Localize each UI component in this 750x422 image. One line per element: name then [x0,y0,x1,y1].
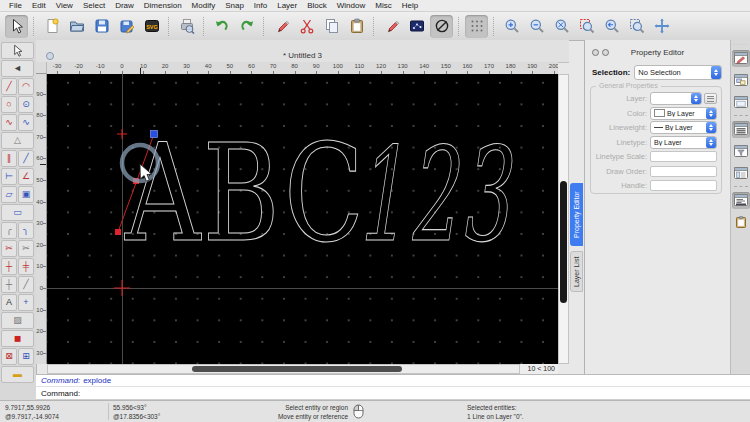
library-browser-toggle-button[interactable] [732,192,750,209]
menu-misc[interactable]: Misc [370,1,396,10]
redo-button[interactable] [235,15,258,38]
linetype-combo[interactable]: By Layer [650,136,717,149]
zoom-out-button[interactable] [525,15,548,38]
horizontal-scrollbar-thumb[interactable] [192,366,402,372]
vertical-scrollbar[interactable] [558,74,569,364]
rectangle-tool-button[interactable]: ▭ [1,204,34,221]
zoom-in-button[interactable] [500,15,523,38]
delete-tool-button[interactable]: ◼ [1,330,34,347]
menu-select[interactable]: Select [78,1,110,10]
menu-view[interactable]: View [51,1,78,10]
arc-tools-button[interactable]: ◠ [18,78,34,95]
explode-blocks-tool-button[interactable]: ⊞ [18,348,34,365]
menu-edit[interactable]: Edit [27,1,51,10]
parallel-tool-button[interactable]: ╱ [18,150,34,167]
drawing-preferences-button[interactable] [380,15,403,38]
tab-layer-list[interactable]: Layer List [570,251,583,292]
line-tools-button[interactable]: ╱ [1,78,17,95]
polyline-tools-button[interactable]: ∿ [1,114,17,131]
stretch-tool-button[interactable]: ╱ [18,276,34,293]
linetype-stepper[interactable] [706,137,716,148]
layer-menu-button[interactable] [704,93,717,104]
layer-list-toggle-button[interactable] [732,121,750,138]
document-titlebar[interactable]: * Untitled 3 [36,40,569,63]
text-edit-tool-button[interactable]: A [1,294,17,311]
layer-combo[interactable] [650,92,702,105]
lineweight-stepper[interactable] [706,122,716,133]
copy-button[interactable] [320,15,343,38]
selection-combo[interactable]: No Selection [634,65,722,80]
block-ref-tool-button[interactable]: ▣ [18,186,34,203]
undo-button[interactable] [210,15,233,38]
color-stepper[interactable] [706,108,716,119]
menu-info[interactable]: Info [249,1,272,10]
trim-both-tool-button[interactable]: ╪ [18,258,34,275]
offset-tool-button[interactable]: ∥ [1,150,17,167]
break-tool-button[interactable]: ┼ [1,276,17,293]
svg-export-button[interactable]: SVG [140,15,163,38]
menu-draw[interactable]: Draw [110,1,139,10]
command-input[interactable] [80,388,750,399]
scale-tool-button[interactable]: ▱ [1,186,17,203]
divide-tool-button[interactable]: ✂ [1,240,17,257]
menu-layer[interactable]: Layer [272,1,302,10]
menu-modify[interactable]: Modify [187,1,221,10]
view-list-toggle-button[interactable] [732,94,750,111]
move-reference-tool-button[interactable]: + [18,294,34,311]
layer-stepper[interactable] [691,93,701,104]
trim-tool-button[interactable]: ┼ [1,258,17,275]
tab-property-editor[interactable]: Property Editor [570,183,583,246]
save-as-button[interactable] [115,15,138,38]
save-button[interactable] [90,15,113,38]
draw-order-field[interactable] [650,166,717,177]
menu-help[interactable]: Help [397,1,423,10]
bevel-tool-button[interactable]: ∠ [18,168,34,185]
ellipse-tools-button[interactable]: ⊙ [18,96,34,113]
property-editor-toggle-button[interactable] [732,50,750,67]
linetype-scale-field[interactable] [650,151,717,162]
zoom-window-button[interactable] [625,15,648,38]
palette-selection-pointer-button[interactable] [1,42,34,59]
zoom-to-selection-button[interactable] [575,15,598,38]
clipboard-toggle-button[interactable] [732,214,750,231]
fillet-round-tool-button[interactable]: ╮ [18,222,34,239]
paint-brush-tool-button[interactable]: ▬ [1,366,34,383]
drawing-canvas[interactable]: ABC 123 [47,74,558,364]
menu-snap[interactable]: Snap [220,1,249,10]
selection-filter-toggle-button[interactable] [732,143,750,160]
previous-view-button[interactable] [600,15,623,38]
cut-button[interactable] [295,15,318,38]
menu-file[interactable]: File [4,1,27,10]
fillet-tool-button[interactable]: ╭ [1,222,17,239]
panel-float-button[interactable] [602,49,609,56]
menu-window[interactable]: Window [332,1,370,10]
cut-tool-button[interactable]: ✂ [18,240,34,257]
color-combo[interactable]: By Layer [650,107,717,120]
lengthen-tool-button[interactable]: ⊢ [1,168,17,185]
explode-tool-button[interactable]: ⊠ [1,348,17,365]
vertical-scrollbar-thumb[interactable] [560,181,567,303]
paste-button[interactable] [345,15,368,38]
selection-combo-stepper[interactable] [711,66,721,79]
circle-tools-button[interactable]: ○ [1,96,17,113]
block-list-toggle-button[interactable] [732,72,750,89]
plane-tool-button[interactable]: △ [1,132,34,149]
menu-dimension[interactable]: Dimension [139,1,187,10]
panel-close-button[interactable] [592,49,599,56]
lineweight-combo[interactable]: By Layer [650,121,717,134]
spline-tools-button[interactable]: ∿ [18,114,34,131]
new-file-button[interactable] [40,15,63,38]
menu-block[interactable]: Block [302,1,332,10]
command-options-toggle-button[interactable] [732,165,750,182]
selection-pointer-button[interactable] [5,15,28,38]
handle-field[interactable] [650,180,717,191]
application-preferences-button[interactable] [405,15,428,38]
grid-toggle-button[interactable] [465,15,488,38]
pan-button[interactable] [650,15,673,38]
palette-back-button[interactable]: ◄ [1,60,34,77]
auto-zoom-button[interactable] [550,15,573,38]
open-file-button[interactable] [65,15,88,38]
edit-pen-button[interactable] [270,15,293,38]
hatch-tool-button[interactable]: ▨ [1,312,34,329]
restrict-off-button[interactable] [430,15,453,38]
